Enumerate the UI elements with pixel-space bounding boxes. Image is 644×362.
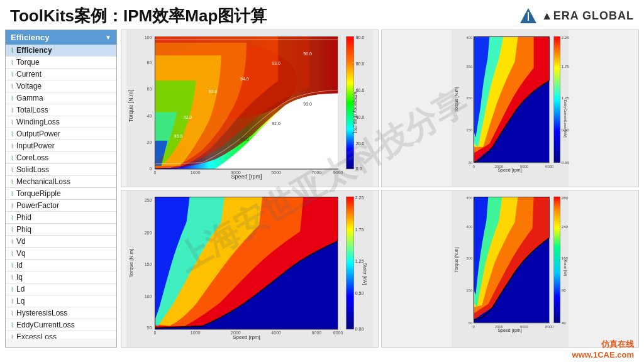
svg-text:60: 60 — [147, 87, 152, 91]
svg-text:0: 0 — [149, 167, 152, 171]
svg-text:Speed [rpm]: Speed [rpm] — [233, 334, 260, 340]
sidebar-item[interactable]: ⌇Phid — [6, 212, 116, 224]
chart-efficiency: Speed [rpm] Torque [N.m] 0 1000 3000 500… — [121, 30, 379, 187]
svg-text:0: 0 — [153, 331, 156, 335]
svg-text:100: 100 — [145, 294, 152, 299]
logo-text: ▲ERA GLOBAL — [541, 9, 634, 23]
svg-text:Stator [kW]: Stator [kW] — [362, 263, 367, 285]
sidebar-item-icon: ⌇ — [11, 202, 14, 209]
svg-text:94.0: 94.0 — [240, 77, 249, 81]
svg-text:150: 150 — [145, 262, 152, 266]
sidebar-item-label: Vd — [16, 237, 26, 246]
logo-area: ▲ERA GLOBAL — [519, 7, 634, 26]
sidebar-item[interactable]: ⌇Gamma — [6, 92, 116, 104]
sidebar-item-label: EddyCurrentLoss — [16, 321, 75, 329]
svg-rect-60 — [554, 36, 560, 163]
svg-text:1.75: 1.75 — [355, 228, 364, 232]
svg-text:40: 40 — [562, 321, 566, 325]
svg-text:4000: 4000 — [271, 331, 281, 335]
sidebar-item[interactable]: ⌇EddyCurrentLoss — [6, 319, 116, 331]
sidebar-item[interactable]: ⌇Lq — [6, 295, 116, 307]
svg-text:1000: 1000 — [191, 331, 201, 335]
sidebar-item[interactable]: ⌇HysteresisLoss — [6, 307, 116, 319]
sidebar-item[interactable]: ⌇Iq — [6, 272, 116, 283]
main-layout: Efficiency ▼ ⌇Efficiency⌇Torque⌇Current⌇… — [0, 30, 644, 350]
sidebar-item-icon: ⌇ — [11, 107, 14, 114]
sidebar-item[interactable]: ⌇TorqueRipple — [6, 188, 116, 200]
sidebar-item[interactable]: ⌇Vq — [6, 248, 116, 260]
sidebar-item-label: Vq — [16, 249, 26, 258]
eddy-current-svg: Speed [rpm] Torque [N.m] 0 2000 5000 900… — [382, 30, 638, 187]
sidebar-item-label: Iq — [16, 273, 23, 282]
svg-text:93.0: 93.0 — [209, 89, 218, 94]
sidebar-item-icon: ⌇ — [11, 190, 14, 197]
sidebar-item[interactable]: ⌇SolidLoss — [6, 164, 116, 176]
sidebar-item-icon: ⌇ — [11, 83, 14, 90]
svg-text:240: 240 — [562, 225, 569, 229]
sidebar-item[interactable]: ⌇OutputPower — [6, 128, 116, 140]
sidebar-item[interactable]: ⌇TotalLoss — [6, 104, 116, 116]
sidebar-item-label: Phid — [16, 213, 31, 222]
svg-text:Torque [N.m]: Torque [N.m] — [454, 247, 459, 272]
svg-text:350: 350 — [466, 65, 473, 69]
sidebar-item-icon: ⌇ — [11, 262, 14, 269]
svg-rect-87 — [347, 197, 354, 329]
svg-text:EddyCurrentLoss [kW]: EddyCurrentLoss [kW] — [564, 99, 567, 138]
sidebar-item[interactable]: ⌇PowerFactor — [6, 200, 116, 212]
svg-text:92.0: 92.0 — [272, 121, 280, 126]
sidebar-item[interactable]: ⌇Voltage — [6, 80, 116, 92]
svg-text:Speed [rpm]: Speed [rpm] — [497, 168, 521, 173]
sidebar-item[interactable]: ⌇Efficiency — [6, 45, 116, 57]
sidebar-item-icon: ⌇ — [11, 310, 14, 317]
sidebar-item[interactable]: ⌇InputPower — [6, 140, 116, 152]
sidebar-item-icon: ⌇ — [11, 47, 14, 54]
sidebar-item-label: SolidLoss — [16, 165, 49, 174]
svg-text:90.0: 90.0 — [174, 134, 183, 138]
svg-text:80: 80 — [562, 288, 566, 292]
footer-line2: www.1CAE.com — [572, 350, 634, 359]
svg-text:0.50: 0.50 — [355, 291, 364, 295]
sidebar-item[interactable]: ⌇WindingLoss — [6, 116, 116, 128]
svg-text:200: 200 — [145, 231, 152, 235]
svg-text:0.0: 0.0 — [356, 167, 362, 171]
svg-text:2000: 2000 — [231, 331, 241, 335]
sidebar-item[interactable]: ⌇Torque — [6, 57, 116, 69]
svg-text:9000: 9000 — [545, 165, 554, 168]
sidebar-item-label: TorqueRipple — [16, 189, 61, 198]
svg-text:80.0: 80.0 — [356, 62, 365, 66]
svg-text:40: 40 — [147, 114, 152, 118]
sidebar-item-icon: ⌇ — [11, 250, 14, 257]
svg-text:8000: 8000 — [333, 331, 343, 335]
sidebar-item-label: Lq — [16, 297, 25, 305]
svg-text:6000: 6000 — [312, 331, 322, 335]
sidebar-item-icon: ⌇ — [11, 238, 14, 245]
svg-text:1.75: 1.75 — [562, 65, 569, 69]
sidebar-item[interactable]: ⌇Id — [6, 260, 116, 272]
svg-text:2000: 2000 — [495, 325, 504, 329]
sidebar-item-label: Voltage — [16, 82, 42, 90]
sidebar-item-icon: ⌇ — [11, 119, 14, 126]
sidebar-item[interactable]: ⌇CoreLoss — [6, 152, 116, 164]
sidebar-item[interactable]: ⌇Current — [6, 69, 116, 80]
svg-text:90.0: 90.0 — [240, 137, 249, 141]
sidebar-item-label: Ld — [16, 285, 25, 293]
sidebar-item[interactable]: ⌇Vd — [6, 236, 116, 248]
sidebar-item-icon: ⌇ — [11, 95, 14, 102]
sidebar-arrow-icon: ▼ — [105, 34, 111, 41]
svg-text:93.0: 93.0 — [272, 61, 280, 65]
sidebar-item-icon: ⌇ — [11, 71, 14, 78]
svg-text:30: 30 — [469, 161, 473, 165]
sidebar-item[interactable]: ⌇Phiq — [6, 224, 116, 236]
sidebar: Efficiency ▼ ⌇Efficiency⌇Torque⌇Current⌇… — [5, 30, 117, 348]
svg-text:50: 50 — [469, 321, 473, 325]
charts-area: Speed [rpm] Torque [N.m] 0 1000 3000 500… — [121, 30, 639, 348]
sidebar-item-label: TotalLoss — [16, 106, 48, 114]
sidebar-item[interactable]: ⌇ExcessLoss — [6, 331, 116, 339]
svg-text:5000: 5000 — [520, 325, 529, 329]
sidebar-item[interactable]: ⌇Ld — [6, 283, 116, 295]
sidebar-item[interactable]: ⌇MechanicalLoss — [6, 176, 116, 188]
sidebar-item-icon: ⌇ — [11, 286, 14, 293]
chart-rotor: Speed [rpm] Torque [N.m] 0 2000 5000 800… — [381, 190, 639, 348]
sidebar-header[interactable]: Efficiency ▼ — [6, 30, 116, 45]
sidebar-selected-label: Efficiency — [11, 33, 49, 42]
